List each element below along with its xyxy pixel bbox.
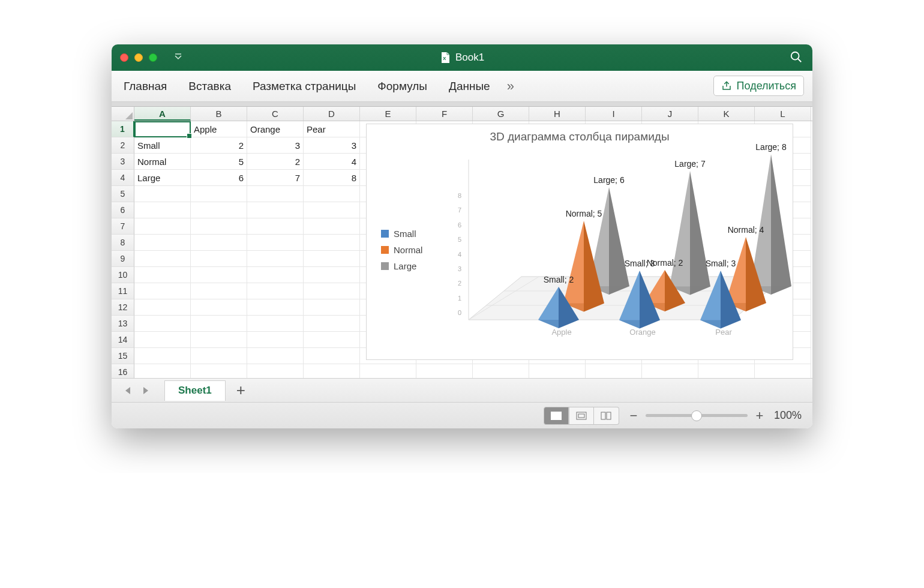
col-header-f[interactable]: F <box>416 107 473 121</box>
cell[interactable]: 3 <box>247 137 304 154</box>
cell[interactable]: 4 <box>304 154 360 170</box>
col-header-i[interactable]: I <box>586 107 642 121</box>
cell[interactable] <box>134 235 191 251</box>
cell[interactable] <box>304 251 360 267</box>
cell[interactable]: Apple <box>191 121 247 137</box>
cell[interactable] <box>134 251 191 267</box>
cell[interactable]: 2 <box>191 137 247 154</box>
cell[interactable] <box>191 316 247 332</box>
view-normal-button[interactable] <box>544 407 569 425</box>
row-header[interactable]: 15 <box>112 348 134 364</box>
cell[interactable]: 5 <box>191 154 247 170</box>
cell[interactable]: 7 <box>247 170 304 186</box>
row-header[interactable]: 13 <box>112 316 134 332</box>
cell[interactable] <box>191 235 247 251</box>
tab-data[interactable]: Данные <box>446 77 493 95</box>
cell[interactable] <box>304 299 360 316</box>
cell[interactable] <box>698 364 755 378</box>
cell[interactable] <box>134 283 191 299</box>
cell[interactable] <box>360 364 416 378</box>
cell[interactable] <box>191 186 247 202</box>
col-header-d[interactable]: D <box>304 107 360 121</box>
cell[interactable]: Normal <box>134 154 191 170</box>
cell[interactable] <box>304 218 360 235</box>
cell[interactable]: 2 <box>247 154 304 170</box>
cell[interactable] <box>473 364 529 378</box>
cell[interactable]: Small <box>134 137 191 154</box>
col-header-e[interactable]: E <box>360 107 416 121</box>
quick-access-toolbar[interactable] <box>174 53 182 63</box>
cell[interactable] <box>247 299 304 316</box>
sheet-nav-next-icon[interactable] <box>140 386 150 395</box>
cell[interactable] <box>304 364 360 378</box>
cell[interactable] <box>134 267 191 283</box>
cell[interactable] <box>304 202 360 218</box>
tabs-overflow-icon[interactable]: » <box>507 79 514 94</box>
row-header[interactable]: 6 <box>112 202 134 218</box>
row-header[interactable]: 11 <box>112 283 134 299</box>
cell[interactable] <box>304 267 360 283</box>
col-header-a[interactable]: A <box>134 107 191 121</box>
cell[interactable] <box>191 283 247 299</box>
maximize-icon[interactable] <box>149 53 157 62</box>
spreadsheet-grid[interactable]: A B C D E F G H I J K L 1AppleOrangePear… <box>112 107 812 378</box>
row-header[interactable]: 12 <box>112 299 134 316</box>
cell[interactable] <box>529 364 586 378</box>
col-header-l[interactable]: L <box>755 107 811 121</box>
cell[interactable] <box>247 364 304 378</box>
cell[interactable] <box>247 235 304 251</box>
search-icon[interactable] <box>790 50 803 65</box>
row-header[interactable]: 3 <box>112 154 134 170</box>
cell[interactable] <box>247 267 304 283</box>
cell[interactable] <box>304 332 360 348</box>
cell[interactable] <box>247 186 304 202</box>
cell[interactable] <box>247 251 304 267</box>
cell[interactable] <box>134 121 191 137</box>
cell[interactable] <box>191 267 247 283</box>
col-header-h[interactable]: H <box>529 107 586 121</box>
zoom-slider[interactable] <box>646 414 748 417</box>
row-header[interactable]: 4 <box>112 170 134 186</box>
cell[interactable] <box>247 202 304 218</box>
cell[interactable] <box>247 348 304 364</box>
cell[interactable] <box>586 364 642 378</box>
row-header[interactable]: 5 <box>112 186 134 202</box>
minimize-icon[interactable] <box>134 53 143 62</box>
col-header-g[interactable]: G <box>473 107 529 121</box>
cell[interactable] <box>247 218 304 235</box>
view-page-break-button[interactable] <box>594 407 619 425</box>
row-header[interactable]: 1 <box>112 121 134 137</box>
tab-insert[interactable]: Вставка <box>186 77 233 95</box>
cell[interactable]: Pear <box>304 121 360 137</box>
col-header-b[interactable]: B <box>191 107 247 121</box>
tab-home[interactable]: Главная <box>121 77 169 95</box>
zoom-in-button[interactable]: + <box>754 408 766 424</box>
cell[interactable]: Orange <box>247 121 304 137</box>
sheet-tab-active[interactable]: Sheet1 <box>164 380 226 401</box>
cell[interactable]: 6 <box>191 170 247 186</box>
select-all-corner[interactable] <box>112 107 134 121</box>
close-icon[interactable] <box>120 53 128 62</box>
cell[interactable] <box>304 316 360 332</box>
cell[interactable] <box>191 299 247 316</box>
row-header[interactable]: 2 <box>112 137 134 154</box>
cell[interactable] <box>191 251 247 267</box>
col-header-j[interactable]: J <box>642 107 698 121</box>
cell[interactable] <box>247 283 304 299</box>
cell[interactable]: 3 <box>304 137 360 154</box>
cell[interactable] <box>191 348 247 364</box>
row-header[interactable]: 8 <box>112 235 134 251</box>
cell[interactable] <box>191 332 247 348</box>
cell[interactable] <box>642 364 698 378</box>
cell[interactable] <box>134 348 191 364</box>
tab-formulas[interactable]: Формулы <box>375 77 430 95</box>
view-page-layout-button[interactable] <box>569 407 594 425</box>
cell[interactable] <box>755 364 811 378</box>
cell[interactable] <box>134 332 191 348</box>
cell[interactable] <box>416 364 473 378</box>
row-header[interactable]: 9 <box>112 251 134 267</box>
row-header[interactable]: 14 <box>112 332 134 348</box>
row-header[interactable]: 7 <box>112 218 134 235</box>
cell[interactable] <box>134 186 191 202</box>
cell[interactable] <box>304 283 360 299</box>
